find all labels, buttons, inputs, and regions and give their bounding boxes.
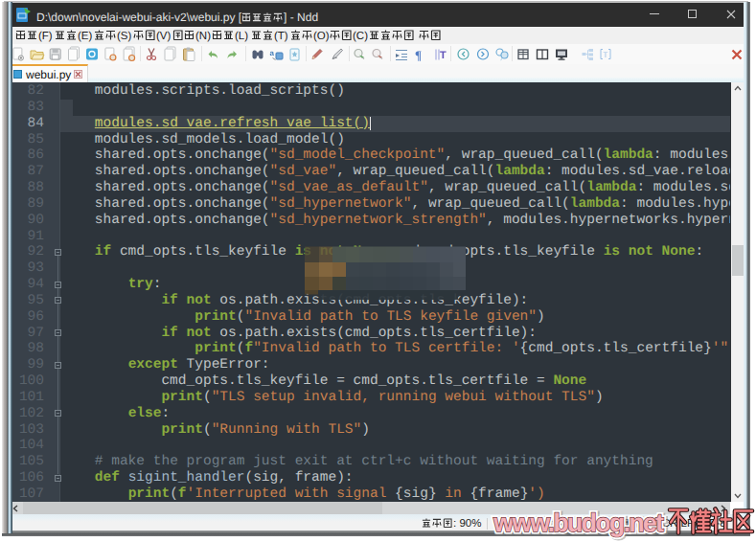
svg-text:www.budog.net: www.budog.net	[493, 508, 664, 537]
svg-text:a: a	[270, 49, 275, 57]
svg-text:T: T	[604, 51, 608, 59]
svg-text:¶: ¶	[415, 48, 422, 62]
svg-text:T: T	[440, 50, 447, 61]
